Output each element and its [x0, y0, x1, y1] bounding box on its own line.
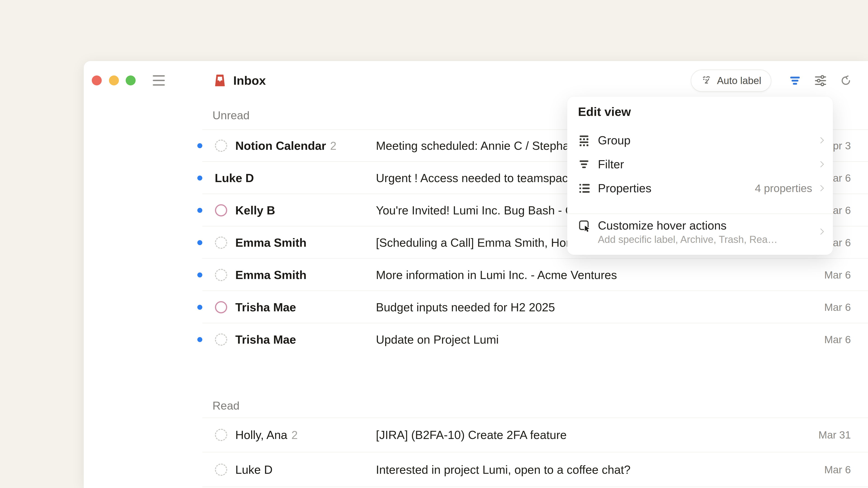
sender-name-group: Luke D: [235, 463, 273, 477]
avatar[interactable]: [215, 236, 227, 249]
properties-list-icon: [578, 182, 591, 195]
sender-name-group: Holly, Ana2: [235, 428, 298, 442]
edit-view-item-properties[interactable]: Properties 4 properties: [578, 177, 823, 200]
edit-view-item-group[interactable]: Group: [578, 129, 823, 152]
chevron-right-icon: [817, 228, 824, 235]
sender-name-group: Trisha Mae: [235, 333, 296, 346]
chevron-right-icon: [817, 185, 824, 191]
edit-view-item-label: Properties: [598, 182, 651, 195]
sender-name: Trisha Mae: [235, 333, 296, 346]
thread-count: 2: [291, 429, 298, 442]
unread-dot-icon: [197, 143, 202, 148]
email-date: Mar 6: [824, 301, 851, 313]
section-header: Unread: [213, 108, 250, 123]
email-date: Mar 6: [824, 269, 851, 281]
email-row[interactable]: Trisha MaeUpdate on Project LumiMar 6: [84, 323, 868, 356]
sender-name: Luke D: [215, 171, 254, 185]
panel-title: Edit view: [578, 105, 631, 119]
unread-dot-icon: [197, 240, 202, 245]
email-subject: Meeting scheduled: Annie C / Stepha: [376, 139, 569, 153]
sender-name-group: Notion Calendar2: [235, 139, 336, 153]
screen: Inbox Auto label: [0, 0, 868, 488]
hover-actions-subtitle: Add specific label, Archive, Trash, Rea…: [598, 233, 778, 246]
avatar[interactable]: [215, 301, 227, 313]
sender-name: Holly, Ana: [235, 428, 287, 442]
sender-name: Emma Smith: [235, 236, 307, 249]
edit-view-item-customize-hover-actions[interactable]: Customize hover actions Add specific lab…: [578, 216, 823, 248]
chevron-right-icon: [817, 161, 824, 167]
avatar[interactable]: [215, 269, 227, 281]
unread-dot-icon: [197, 175, 202, 181]
unread-dot-icon: [197, 337, 202, 342]
section-header: Read: [213, 398, 240, 414]
sender-name-group: Emma Smith: [235, 268, 307, 282]
email-date: Mar 6: [824, 333, 851, 346]
sender-name: Notion Calendar: [235, 139, 326, 152]
properties-count: 4 properties: [755, 182, 812, 195]
email-subject: [Scheduling a Call] Emma Smith, Hor: [376, 236, 570, 250]
sender-name-group: Trisha Mae: [235, 300, 296, 314]
edit-view-item-label: Filter: [598, 158, 624, 171]
email-row[interactable]: Trisha MaeBudget inputs needed for H2 20…: [84, 291, 868, 323]
avatar[interactable]: [215, 140, 227, 152]
sender-name-group: Luke D: [215, 171, 254, 185]
email-subject: Update on Project Lumi: [376, 333, 499, 346]
sender-name: Emma Smith: [235, 268, 307, 282]
email-subject: You're Invited! Lumi Inc. Bug Bash - C: [376, 203, 574, 217]
hover-cursor-icon: [578, 219, 591, 232]
email-subject: [JIRA] (B2FA-10) Create 2FA feature: [376, 428, 567, 442]
panel-separator: [567, 214, 833, 214]
edit-view-panel: Edit view Group: [567, 96, 833, 255]
chevron-right-icon: [817, 137, 824, 143]
sender-name: Trisha Mae: [235, 301, 296, 314]
unread-dot-icon: [197, 305, 202, 310]
unread-dot-icon: [197, 272, 202, 278]
edit-view-item-filter[interactable]: Filter: [578, 153, 823, 176]
email-subject: More information in Lumi Inc. - Acme Ven…: [376, 268, 617, 282]
email-subject: Urgent ! Access needed to teamspac: [376, 171, 568, 185]
email-row[interactable]: Holly, Ana2[JIRA] (B2FA-10) Create 2FA f…: [84, 418, 868, 452]
avatar[interactable]: [215, 333, 227, 346]
hover-actions-label: Customize hover actions: [598, 218, 778, 233]
email-subject: Budget inputs needed for H2 2025: [376, 300, 555, 314]
unread-dot-icon: [197, 208, 202, 213]
avatar[interactable]: [215, 429, 227, 441]
email-subject: Interested in project Lumi, open to a co…: [376, 463, 630, 477]
sender-name-group: Kelly B: [235, 203, 275, 217]
filter-lines-icon: [578, 158, 591, 171]
email-row[interactable]: Emma SmithMore information in Lumi Inc. …: [84, 259, 868, 291]
email-date: Mar 6: [824, 464, 851, 476]
avatar[interactable]: [215, 464, 227, 476]
email-date: Mar 31: [818, 429, 851, 441]
row-divider: [202, 487, 868, 487]
edit-view-item-label: Group: [598, 133, 631, 147]
sender-name: Kelly B: [235, 204, 275, 217]
avatar[interactable]: [215, 204, 227, 217]
sender-name-group: Emma Smith: [235, 236, 307, 250]
thread-count: 2: [330, 140, 337, 152]
sender-name: Luke D: [235, 463, 273, 476]
email-row[interactable]: Luke DInterested in project Lumi, open t…: [84, 452, 868, 487]
group-icon: [578, 134, 591, 147]
